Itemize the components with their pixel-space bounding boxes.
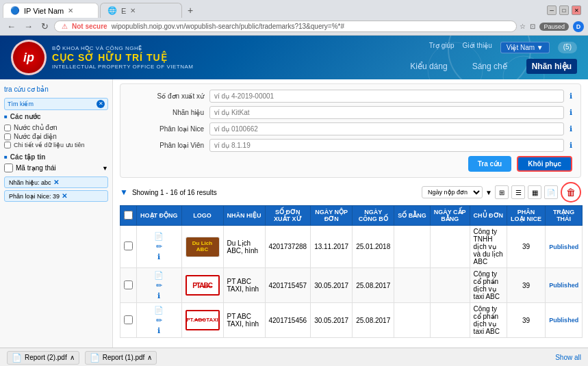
paused-badge: Paused [539, 23, 569, 31]
so-don-label: Số đơn xuất xứ [129, 92, 204, 100]
browser-controls-right: ☆ ⊡ Paused D [520, 21, 584, 32]
download-label-1: Report (2).pdf [25, 354, 67, 361]
office-title: CỤC SỞ HỮU TRÍ TUỆ [52, 51, 194, 64]
nuoc-chu-don-checkbox[interactable] [4, 125, 11, 131]
dropdown-arrow[interactable]: ▼ [102, 165, 108, 172]
col-logo: LOGO [181, 206, 223, 226]
chi-tiet-checkbox[interactable] [4, 142, 11, 148]
download-arrow-1: ∧ [70, 354, 75, 361]
row2-so-bang [394, 268, 431, 303]
close-btn[interactable]: ✕ [572, 5, 581, 15]
select-all-checkbox[interactable] [124, 211, 133, 220]
filter-tag-nhan-hieu-remove[interactable]: ✕ [53, 179, 59, 186]
row2-edit-icon[interactable]: ✏ [156, 281, 162, 290]
search-button[interactable]: Tra cứu [468, 156, 511, 172]
row3-info-icon[interactable]: ℹ [157, 326, 160, 335]
row2-info-icon[interactable]: ℹ [157, 291, 160, 300]
nhan-hieu-input[interactable] [209, 106, 564, 119]
row2-nhan-hieu: PT ABC TAXI, hình [223, 268, 265, 303]
tab-e[interactable]: 🌐 E ✕ [100, 3, 182, 18]
download-item-2[interactable]: 📄 Report (1).pdf ∧ [85, 351, 157, 365]
col-phan-loai: PHÂNLOẠI NICE [507, 206, 546, 226]
row3-checkbox[interactable] [124, 315, 133, 324]
results-left: ▼ Showing 1 - 16 of 16 results [120, 187, 217, 197]
minimize-btn[interactable]: ─ [547, 5, 557, 15]
ma-trang-thai-checkbox[interactable] [4, 164, 13, 172]
forward-button[interactable]: → [21, 20, 36, 33]
phan-loai-nice-info-icon[interactable]: ℹ [570, 125, 572, 133]
phan-loai-vien-row: Phân loại Viên ℹ [129, 139, 572, 152]
star-icon[interactable]: ☆ [520, 23, 526, 30]
row2-actions: 📄 ✏ ℹ [137, 268, 182, 303]
row3-ngay-cong-bo: 25.08.2017 [353, 303, 394, 338]
sidebar-nuoc-dai-dien[interactable]: Nước đại diện [4, 132, 108, 141]
about-link[interactable]: Giới thiệu [463, 42, 492, 53]
phan-loai-vien-info-icon[interactable]: ℹ [570, 141, 572, 150]
so-don-info-icon[interactable]: ℹ [570, 92, 572, 101]
row1-checkbox[interactable] [124, 241, 133, 250]
show-all-btn[interactable]: Show all [555, 354, 581, 361]
phan-loai-nice-input[interactable] [209, 122, 564, 135]
security-icon: ⚠ [62, 23, 68, 30]
row1-nhan-hieu: Du Lịch ABC, hình [223, 226, 265, 268]
view-grid-btn[interactable]: ⊞ [495, 185, 509, 199]
chi-tiet-label: Chi tiết về dữ liệu ưu tiên [14, 142, 85, 148]
address-bar[interactable]: ⚠ Not secure wipopublish.noip.gov.vn/wop… [54, 21, 517, 32]
row2-checkbox[interactable] [124, 280, 133, 289]
new-tab-button[interactable]: + [183, 3, 197, 17]
sort-dropdown[interactable]: Ngày nộp đơn [422, 186, 483, 198]
row2-doc-icon[interactable]: 📄 [154, 271, 164, 280]
tab-close-btn[interactable]: ✕ [68, 7, 73, 14]
sidebar-chi-tiet[interactable]: Chi tiết về dữ liệu ưu tiên [4, 141, 108, 149]
sort-direction-icon[interactable]: ▼ [485, 189, 492, 196]
reset-button[interactable]: Khôi phục [517, 156, 572, 172]
help-link[interactable]: Trợ giúp [429, 42, 455, 53]
refresh-button[interactable]: ↻ [38, 20, 51, 33]
phan-loai-nice-label: Phân loại Nice [129, 125, 204, 133]
row1-edit-icon[interactable]: ✏ [156, 242, 162, 251]
download-item-1[interactable]: 📄 Report (2).pdf ∧ [7, 351, 79, 365]
table-row: 📄 ✏ ℹ PT.ABCTAXI PT ABC TAXI, hình 42017… [120, 303, 583, 338]
table-body: 📄 ✏ ℹ Du LichABC Du Lịch ABC, hình 42017… [120, 226, 583, 338]
row3-logo-cell: PT.ABCTAXI [181, 303, 223, 338]
row3-edit-icon[interactable]: ✏ [156, 316, 162, 325]
sidebar-clear-btn[interactable]: ✕ [97, 100, 105, 108]
row3-chu-don: Công ty cổ phần dịch vụ taxi ABC [470, 303, 507, 338]
ma-trang-thai-row: Mã trạng thái ▼ [4, 164, 108, 172]
phan-loai-vien-input[interactable] [209, 139, 564, 152]
row2-trang-thai: Published [546, 268, 583, 303]
view-export-btn[interactable]: 📄 [544, 185, 558, 199]
view-table-btn[interactable]: ▦ [528, 185, 541, 199]
nav-nhan-hieu[interactable]: Nhãn hiệu [526, 59, 577, 74]
so-don-input[interactable] [209, 90, 564, 103]
filter-funnel-icon: ▼ [120, 187, 128, 197]
so-don-row: Số đơn xuất xứ ℹ [129, 90, 572, 103]
filter-tag-phan-loai-remove[interactable]: ✕ [62, 192, 67, 200]
row1-doc-icon[interactable]: 📄 [154, 232, 164, 241]
row1-info-icon[interactable]: ℹ [157, 252, 160, 261]
nuoc-dai-dien-checkbox[interactable] [4, 133, 11, 140]
tab-ip-vietnam[interactable]: 🔵 IP Viet Nam ✕ [3, 3, 99, 18]
cast-icon[interactable]: ⊡ [530, 23, 535, 30]
row3-checkbox-cell [120, 303, 137, 338]
back-button[interactable]: ← [4, 20, 18, 33]
tab2-close-btn[interactable]: ✕ [130, 7, 136, 14]
row1-logo-cell: Du LichABC [181, 226, 223, 268]
row3-logo: PT.ABCTAXI [186, 310, 220, 330]
view-list-btn[interactable]: ☰ [511, 185, 525, 199]
country-dropdown[interactable]: Việt Nam ▼ [500, 42, 550, 53]
nhan-hieu-info-icon[interactable]: ℹ [570, 108, 572, 117]
breadcrumb[interactable]: tra cứu cơ bản [4, 83, 108, 95]
row3-doc-icon[interactable]: 📄 [154, 306, 164, 315]
delete-button[interactable]: 🗑 [561, 182, 581, 202]
profile-avatar[interactable]: D [573, 21, 584, 32]
sidebar-nuoc-chu-don[interactable]: Nước chủ đơn [4, 123, 108, 132]
row2-ngay-cap [430, 268, 470, 303]
tab-bar: 🔵 IP Viet Nam ✕ 🌐 E ✕ + ─ □ ✕ [0, 0, 588, 18]
nav-kieu-dang[interactable]: Kiểu dáng [405, 59, 452, 74]
url-text: wipopublish.noip.gov.vn/wopublish-search… [112, 23, 510, 30]
window-controls: ─ □ ✕ [547, 5, 585, 15]
nav-sang-che[interactable]: Sáng chế [467, 59, 513, 74]
sidebar-cac-tap-tin: Các tập tin Mã trạng thái ▼ [4, 153, 108, 172]
maximize-btn[interactable]: □ [559, 5, 569, 15]
